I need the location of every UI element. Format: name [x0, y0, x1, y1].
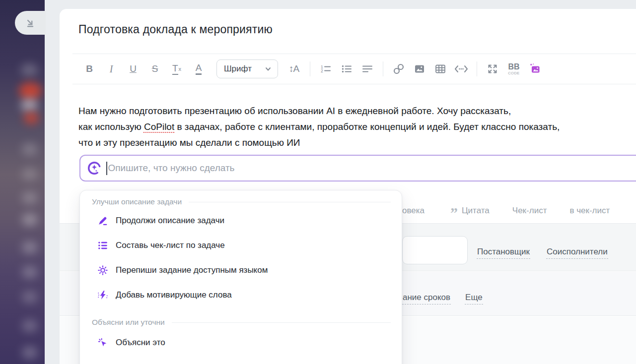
coexecutors-link[interactable]: Соисполнители [546, 247, 608, 259]
task-title[interactable]: Подготовка доклада к мероприятию [78, 23, 273, 36]
options-links-row: ание сроков Еще [402, 293, 483, 304]
cursor-click-icon [97, 337, 109, 349]
menu-section-header: Улучши описание задачи [92, 195, 402, 208]
text-caret [106, 162, 107, 175]
font-size-button[interactable]: ↕A [285, 60, 303, 78]
menu-item-continue-description[interactable]: Продолжи описание задачи [80, 208, 402, 233]
menu-item-explain-this[interactable]: Объясни это [80, 330, 402, 355]
sun-icon [97, 264, 109, 276]
truncated-scheduling-link[interactable]: ание сроков [402, 293, 451, 304]
strikethrough-button[interactable]: S [146, 60, 164, 78]
bold-button[interactable]: B [80, 60, 98, 78]
sidebar-blurred-icon [22, 213, 38, 226]
lightning-icon [97, 289, 109, 301]
copilot-suggestions-menu: Улучши описание задачи Продолжи описание… [79, 190, 402, 364]
menu-item-add-motivation[interactable]: Добавь мотивирующие слова [80, 283, 402, 307]
toolbar-separator [310, 61, 310, 76]
svg-text:2: 2 [321, 68, 323, 73]
sidebar-blurred-icon [21, 98, 38, 112]
font-select-label: Шрифт [224, 64, 252, 74]
checklist-button[interactable]: Чек-лист [512, 206, 547, 216]
bbcode-button[interactable]: BB CODE [503, 60, 525, 78]
italic-button[interactable]: I [102, 60, 120, 78]
sidebar-blurred-icon [22, 241, 38, 254]
insert-table-button[interactable] [430, 60, 451, 78]
sidebar-notification-badge [19, 82, 42, 99]
sidebar-blurred-icon [22, 143, 38, 156]
more-link[interactable]: Еще [465, 293, 483, 304]
toolbar-separator [383, 61, 383, 76]
pen-icon [97, 215, 109, 227]
sidebar-blurred-icon [22, 168, 38, 181]
checklist-icon [97, 240, 109, 251]
chevron-down-icon [265, 65, 272, 72]
misspelled-word: CoPilot [144, 121, 174, 132]
collapse-arrow-icon [24, 16, 37, 29]
bullet-list-button[interactable] [336, 60, 357, 78]
description-line: как использую [78, 121, 144, 132]
sidebar-blurred-icon [21, 63, 38, 76]
editor-toolbar: B I U S Tx A Шрифт ↕A 12 [72, 54, 636, 84]
align-button[interactable] [357, 60, 378, 78]
task-description[interactable]: Нам нужно подготовить презентацию об исп… [78, 103, 636, 151]
app-sidebar-blurred [0, 0, 45, 364]
sidebar-blurred-icon [22, 191, 38, 204]
ai-image-button[interactable] [525, 60, 546, 78]
underline-button[interactable]: U [124, 60, 142, 78]
insert-code-button[interactable] [451, 60, 472, 78]
task-modal: Подготовка доклада к мероприятию B I U S… [60, 9, 636, 364]
text-color-button[interactable]: A [190, 60, 208, 78]
link-button[interactable] [388, 60, 409, 78]
assignee-card[interactable] [402, 236, 468, 264]
clear-format-button[interactable]: Tx [168, 60, 186, 78]
menu-item-rewrite-simple[interactable]: Перепиши задание доступным языком [80, 258, 402, 283]
section-divider-line [172, 322, 391, 323]
toolbar-separator [477, 61, 477, 76]
sidebar-blurred-icon [22, 346, 38, 359]
sidebar-blurred-icon [22, 291, 38, 303]
collapse-to-checklist-button[interactable]: в чек-лист [569, 206, 610, 216]
description-actions-row: овека ” Цитата Чек-лист в чек-лист [402, 203, 631, 218]
copilot-prompt-field[interactable] [79, 155, 636, 182]
menu-section-header: Объясни или уточни [92, 314, 402, 330]
sidebar-blurred-icon [22, 319, 38, 332]
font-family-select[interactable]: Шрифт [216, 60, 278, 78]
quote-icon: ” [450, 210, 458, 215]
ordered-list-button[interactable]: 12 [315, 60, 336, 78]
copilot-prompt-input[interactable] [108, 156, 636, 181]
copilot-icon [87, 161, 102, 176]
description-line: в задачах, работе с клиентами, проработк… [174, 121, 560, 132]
section-divider-line [189, 202, 391, 202]
quote-button[interactable]: ” Цитата [450, 206, 490, 216]
description-line: Нам нужно подготовить презентацию об исп… [78, 106, 511, 116]
description-line: что и эту презентацию мы сделали с помощ… [78, 137, 300, 148]
originator-link[interactable]: Постановщик [477, 247, 530, 259]
people-links-row: Постановщик Соисполнители [477, 247, 608, 259]
expand-editor-button[interactable] [482, 60, 503, 78]
menu-item-make-checklist[interactable]: Составь чек-лист по задаче [80, 233, 402, 258]
insert-image-button[interactable] [409, 60, 430, 78]
sidebar-notification-badge [24, 112, 39, 124]
collapse-panel-button[interactable] [15, 11, 46, 35]
sidebar-blurred-icon [22, 266, 38, 279]
truncated-action-label: овека [402, 206, 424, 216]
